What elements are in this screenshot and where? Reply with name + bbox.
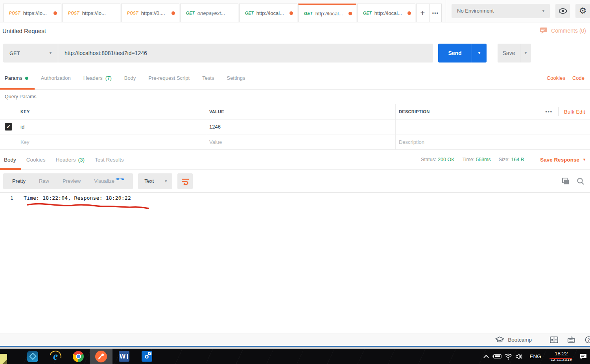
response-tab-body[interactable]: Body bbox=[0, 150, 21, 169]
taskbar-outlook[interactable]: o✔ bbox=[135, 349, 158, 364]
cookies-link[interactable]: Cookies bbox=[547, 75, 565, 81]
tab-options-button[interactable]: ••• bbox=[429, 4, 442, 22]
url-input[interactable] bbox=[58, 44, 433, 63]
tab-label: Authorization bbox=[41, 75, 71, 81]
language-indicator[interactable]: ENG bbox=[525, 353, 546, 359]
bulk-edit-link[interactable]: Bulk Edit bbox=[564, 109, 585, 115]
taskbar-postman-active[interactable] bbox=[90, 349, 112, 364]
description-placeholder[interactable]: Description bbox=[396, 134, 590, 149]
taskbar-clock[interactable]: 18:22 12.11.2019 bbox=[546, 351, 577, 362]
method-selector[interactable]: GET ▼ bbox=[3, 44, 58, 63]
environment-quick-look-button[interactable] bbox=[555, 4, 570, 18]
keyboard-icon bbox=[567, 336, 575, 343]
tab-headers[interactable]: Headers (7) bbox=[77, 67, 118, 89]
plus-icon: + bbox=[420, 9, 425, 18]
bootcamp-label: Bootcamp bbox=[508, 337, 532, 343]
help-button[interactable]: ? bbox=[584, 335, 590, 344]
chevron-down-icon: ▼ bbox=[164, 179, 168, 183]
environment-selector[interactable]: No Environment ▼ bbox=[452, 4, 550, 18]
tab-params[interactable]: Params bbox=[0, 67, 35, 89]
response-tab-headers[interactable]: Headers (3) bbox=[51, 150, 90, 169]
action-center-icon bbox=[580, 353, 587, 360]
column-header-value: VALUE bbox=[206, 104, 396, 119]
request-tab[interactable]: POST https://lo... bbox=[62, 4, 120, 22]
request-tab-active[interactable]: GET http://local... bbox=[298, 4, 356, 22]
tab-tests[interactable]: Tests bbox=[196, 67, 220, 89]
copy-button[interactable] bbox=[561, 176, 570, 186]
request-tab[interactable]: GET onepayext... bbox=[180, 4, 238, 22]
battery-indicator[interactable] bbox=[492, 349, 503, 364]
settings-button[interactable]: ⚙ bbox=[575, 4, 590, 18]
tab-authorization[interactable]: Authorization bbox=[35, 67, 77, 89]
wrap-text-button[interactable] bbox=[177, 173, 193, 189]
send-button[interactable]: Send bbox=[438, 44, 472, 63]
params-header-row: KEY VALUE DESCRIPTION ••• Bulk Edit bbox=[0, 104, 590, 119]
divider bbox=[532, 155, 532, 164]
mode-pretty[interactable]: Pretty bbox=[6, 173, 32, 189]
param-row: ✔ id 1246 bbox=[0, 119, 590, 134]
request-tab[interactable]: GET http://local... bbox=[239, 4, 297, 22]
tray-expand-button[interactable] bbox=[481, 349, 492, 364]
postman-icon bbox=[95, 351, 107, 362]
param-key-cell[interactable]: id bbox=[17, 119, 206, 134]
keyboard-shortcuts-button[interactable] bbox=[566, 335, 576, 344]
save-response-button[interactable]: Save Response ▼ bbox=[540, 157, 586, 163]
unsaved-dot-icon bbox=[53, 11, 57, 15]
mode-visualize[interactable]: Visualize BETA bbox=[87, 173, 131, 189]
request-tab[interactable]: GET http://local... bbox=[357, 4, 415, 22]
taskbar-app-diamond[interactable] bbox=[21, 349, 44, 364]
save-response-label: Save Response bbox=[540, 157, 579, 163]
request-tab[interactable]: POST https://lo... bbox=[3, 4, 61, 22]
tab-title: https://lo... bbox=[82, 10, 116, 16]
question-icon: ? bbox=[585, 336, 590, 344]
format-selector[interactable]: Text ▼ bbox=[138, 173, 172, 189]
chevron-down-icon: ▼ bbox=[542, 9, 545, 13]
request-tab[interactable]: POST https://0.... bbox=[121, 4, 179, 22]
save-options-button[interactable]: ▼ bbox=[520, 44, 531, 63]
action-center-button[interactable] bbox=[577, 349, 590, 364]
code-link[interactable]: Code bbox=[572, 75, 584, 81]
save-button[interactable]: Save bbox=[498, 44, 520, 63]
tab-label: Body bbox=[4, 157, 16, 163]
value-placeholder[interactable]: Value bbox=[206, 134, 396, 149]
tab-label: Settings bbox=[227, 75, 245, 81]
search-button[interactable] bbox=[576, 176, 585, 186]
mode-raw[interactable]: Raw bbox=[32, 173, 56, 189]
save-button-group: Save ▼ bbox=[498, 44, 531, 63]
mode-preview[interactable]: Preview bbox=[56, 173, 87, 189]
code-line: 1 Time: 18:22:04, Response: 18:20:22 bbox=[0, 193, 590, 203]
environment-label: No Environment bbox=[457, 8, 494, 14]
wifi-indicator[interactable] bbox=[503, 349, 514, 364]
new-tab-button[interactable]: + bbox=[416, 4, 429, 22]
method-label: GET bbox=[304, 11, 313, 16]
comments-button[interactable]: Comments (0) bbox=[540, 27, 586, 34]
response-tab-cookies[interactable]: Cookies bbox=[21, 150, 51, 169]
response-body[interactable]: 1 Time: 18:22:04, Response: 18:20:22 bbox=[0, 192, 590, 333]
tab-strip: POST https://lo... POST https://lo... PO… bbox=[0, 0, 590, 22]
two-pane-layout-button[interactable] bbox=[549, 335, 559, 344]
response-tab-test-results[interactable]: Test Results bbox=[90, 150, 129, 169]
tab-settings[interactable]: Settings bbox=[220, 67, 251, 89]
volume-indicator[interactable] bbox=[514, 349, 525, 364]
windows-taskbar: e W o✔ ENG 18:2 bbox=[0, 349, 590, 364]
battery-icon bbox=[492, 354, 502, 359]
more-options-icon[interactable]: ••• bbox=[545, 109, 553, 114]
taskbar-word[interactable]: W bbox=[112, 349, 135, 364]
param-description-cell[interactable] bbox=[396, 119, 590, 134]
taskbar-chrome[interactable] bbox=[67, 349, 90, 364]
method-label: GET bbox=[186, 11, 195, 15]
send-options-button[interactable]: ▼ bbox=[472, 44, 487, 63]
tab-label: Test Results bbox=[95, 157, 124, 163]
comment-icon bbox=[540, 27, 548, 34]
param-value-cell[interactable]: 1246 bbox=[206, 119, 396, 134]
tab-title: http://local... bbox=[315, 11, 346, 17]
tab-label: Headers bbox=[56, 157, 76, 163]
tab-pre-request-script[interactable]: Pre-request Script bbox=[142, 67, 196, 89]
taskbar-internet-explorer[interactable]: e bbox=[44, 349, 67, 364]
key-placeholder[interactable]: Key bbox=[17, 134, 206, 149]
bootcamp-button[interactable]: Bootcamp bbox=[495, 336, 532, 343]
param-checkbox-checked[interactable]: ✔ bbox=[5, 123, 12, 131]
ellipsis-icon: ••• bbox=[432, 10, 439, 16]
clock-time: 18:22 bbox=[551, 351, 572, 357]
tab-body[interactable]: Body bbox=[118, 67, 142, 89]
